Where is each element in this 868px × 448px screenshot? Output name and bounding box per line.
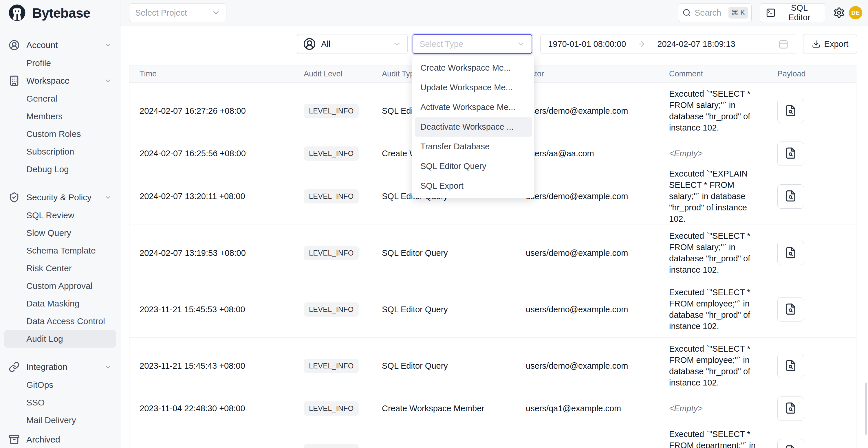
sidebar-item-label: Data Access Control xyxy=(26,316,105,326)
sidebar-item-sql-review[interactable]: SQL Review xyxy=(0,206,120,224)
sidebar-item-members[interactable]: Members xyxy=(0,107,120,125)
sidebar-group-account[interactable]: Account xyxy=(0,36,120,54)
sidebar-item-custom-approval[interactable]: Custom Approval xyxy=(0,277,120,295)
cell-payload xyxy=(777,354,857,378)
sidebar-item-profile[interactable]: Profile xyxy=(0,54,120,72)
search-icon xyxy=(682,8,691,17)
sidebar-item-data-access-control[interactable]: Data Access Control xyxy=(0,312,120,330)
sidebar-group-archived[interactable]: Archived xyxy=(0,430,120,448)
cell-actor: users/demo@example.com xyxy=(526,361,669,371)
user-circle-icon xyxy=(9,40,20,51)
audit-level-badge: LEVEL_INFO xyxy=(304,246,359,260)
cell-time: 2023-11-21 15:45:43 +08:00 xyxy=(140,361,304,371)
cell-audit-level: LEVEL_INFO xyxy=(304,302,382,317)
sql-editor-button[interactable]: SQL Editor xyxy=(760,3,825,22)
payload-view-button[interactable] xyxy=(777,99,804,123)
search-shortcut: ⌘ K xyxy=(728,7,748,19)
sidebar-item-sso[interactable]: SSO xyxy=(0,393,120,411)
audit-level-badge: LEVEL_INFO xyxy=(304,402,359,416)
shield-check-icon xyxy=(9,192,20,203)
actor-filter-select[interactable]: All xyxy=(297,34,408,54)
filter-bar: All Select Type 1970-01-01 08:00:00 2024… xyxy=(120,26,868,65)
cell-payload xyxy=(777,396,857,421)
sidebar-group-security-policy[interactable]: Security & Policy xyxy=(0,188,120,206)
file-search-icon xyxy=(785,247,797,260)
search-input[interactable]: Search ⌘ K xyxy=(678,3,752,22)
file-search-icon xyxy=(785,445,797,448)
sidebar-item-subscription[interactable]: Subscription xyxy=(0,143,120,160)
menu-item-update-workspace-me[interactable]: Update Workspace Me... xyxy=(412,77,534,97)
sidebar-item-debug-log[interactable]: Debug Log xyxy=(0,160,120,178)
cell-audit-level: LEVEL_INFO xyxy=(304,147,382,161)
chevron-down-icon xyxy=(104,193,112,201)
menu-item-transfer-database[interactable]: Transfer Database xyxy=(412,137,534,156)
gear-icon[interactable] xyxy=(833,7,845,19)
user-avatar[interactable]: DE xyxy=(849,6,862,20)
cell-audit-level: LEVEL_INFO xyxy=(304,104,382,118)
scrollbar-thumb[interactable] xyxy=(865,383,867,435)
calendar-icon xyxy=(778,39,788,49)
sidebar-item-label: Mail Delivery xyxy=(26,415,76,425)
sidebar-item-label: Debug Log xyxy=(26,164,69,174)
cell-time: 2024-02-07 16:27:26 +08:00 xyxy=(140,106,304,116)
date-range-picker[interactable]: 1970-01-01 08:00:00 2024-02-07 18:09:13 xyxy=(540,34,796,54)
topbar: Select Project Search ⌘ K SQL Editor xyxy=(120,0,868,26)
chevron-down-icon xyxy=(104,77,112,85)
menu-item-sql-editor-query[interactable]: SQL Editor Query xyxy=(412,156,534,176)
sidebar-group-workspace[interactable]: Workspace xyxy=(0,72,120,90)
payload-view-button[interactable] xyxy=(777,141,804,166)
type-filter-select[interactable]: Select Type xyxy=(412,34,532,54)
brand-logo[interactable]: Bytebase xyxy=(0,0,120,26)
main-area: Select Project Search ⌘ K SQL Editor xyxy=(120,0,868,448)
cell-actor: users/demo@example.com xyxy=(526,106,669,116)
file-search-icon xyxy=(785,303,797,316)
payload-view-button[interactable] xyxy=(777,184,804,209)
cell-comment: Executed `"SELECT * FROM salary;"` in da… xyxy=(669,88,777,133)
file-search-icon xyxy=(785,190,797,203)
menu-item-activate-workspace-me[interactable]: Activate Workspace Me... xyxy=(412,97,534,117)
sidebar-nav: AccountProfileWorkspaceGeneralMembersCus… xyxy=(0,26,120,448)
sidebar-item-label: General xyxy=(26,94,57,104)
cell-actor: users/demo@example.com xyxy=(526,248,669,258)
sidebar-item-data-masking[interactable]: Data Masking xyxy=(0,295,120,312)
sidebar-item-mail-delivery[interactable]: Mail Delivery xyxy=(0,411,120,429)
payload-view-button[interactable] xyxy=(777,396,804,421)
cell-payload xyxy=(777,297,857,322)
cell-audit-type: SQL Editor Query xyxy=(382,447,526,448)
menu-item-deactivate-workspace[interactable]: Deactivate Workspace ... xyxy=(414,117,532,137)
cell-actor: users/aa@aa.com xyxy=(526,149,669,158)
cell-audit-type: SQL Editor Query xyxy=(382,248,526,258)
payload-view-button[interactable] xyxy=(777,354,804,378)
sidebar-item-label: Risk Center xyxy=(26,263,72,273)
date-range-start: 1970-01-01 08:00:00 xyxy=(548,39,626,49)
menu-item-sql-export[interactable]: SQL Export xyxy=(412,176,534,196)
cell-time: 2023-11-21 15:45:53 +08:00 xyxy=(140,305,304,314)
cell-audit-level: LEVEL_INFO xyxy=(304,402,382,416)
sidebar-item-risk-center[interactable]: Risk Center xyxy=(0,259,120,277)
payload-view-button[interactable] xyxy=(777,297,804,322)
download-icon xyxy=(812,40,820,48)
sidebar-group-integration[interactable]: Integration xyxy=(0,358,120,376)
project-select[interactable]: Select Project xyxy=(129,3,226,22)
sidebar-item-gitops[interactable]: GitOps xyxy=(0,376,120,393)
sidebar-item-custom-roles[interactable]: Custom Roles xyxy=(0,125,120,143)
cell-time: 2024-02-07 16:25:56 +08:00 xyxy=(140,149,304,158)
export-button[interactable]: Export xyxy=(803,34,857,54)
sidebar-item-label: Custom Approval xyxy=(26,281,92,291)
sidebar-item-audit-log[interactable]: Audit Log xyxy=(4,330,116,348)
cell-time: 2023-11-04 22:48:30 +08:00 xyxy=(140,404,304,413)
chevron-down-icon xyxy=(212,8,220,17)
file-search-icon xyxy=(785,147,797,160)
menu-item-create-workspace-me[interactable]: Create Workspace Me... xyxy=(412,58,534,77)
audit-level-badge: LEVEL_INFO xyxy=(304,147,359,161)
audit-level-badge: LEVEL_INFO xyxy=(304,104,359,118)
sidebar-item-general[interactable]: General xyxy=(0,90,120,107)
payload-view-button[interactable] xyxy=(777,241,804,265)
payload-view-button[interactable] xyxy=(777,439,804,448)
sidebar-item-slow-query[interactable]: Slow Query xyxy=(0,224,120,242)
file-search-icon xyxy=(785,104,797,118)
arrow-right-icon xyxy=(638,40,646,48)
sidebar-item-schema-template[interactable]: Schema Template xyxy=(0,242,120,259)
cell-comment: <Empty> xyxy=(669,148,777,159)
sidebar-item-label: GitOps xyxy=(26,380,53,390)
